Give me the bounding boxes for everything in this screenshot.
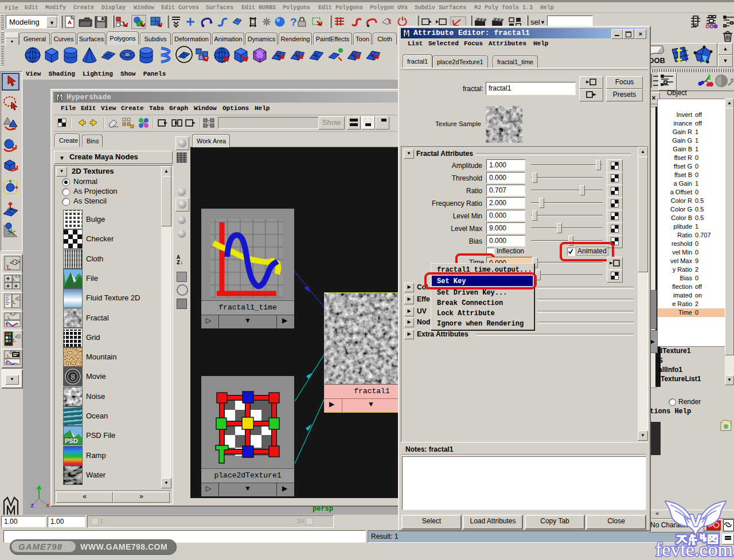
svg-text:PSD: PSD <box>65 437 78 444</box>
svg-text:x: x <box>46 502 50 509</box>
svg-text:z: z <box>30 502 34 509</box>
svg-text:DOB: DOB <box>649 56 665 64</box>
svg-text:8: 8 <box>71 373 75 381</box>
